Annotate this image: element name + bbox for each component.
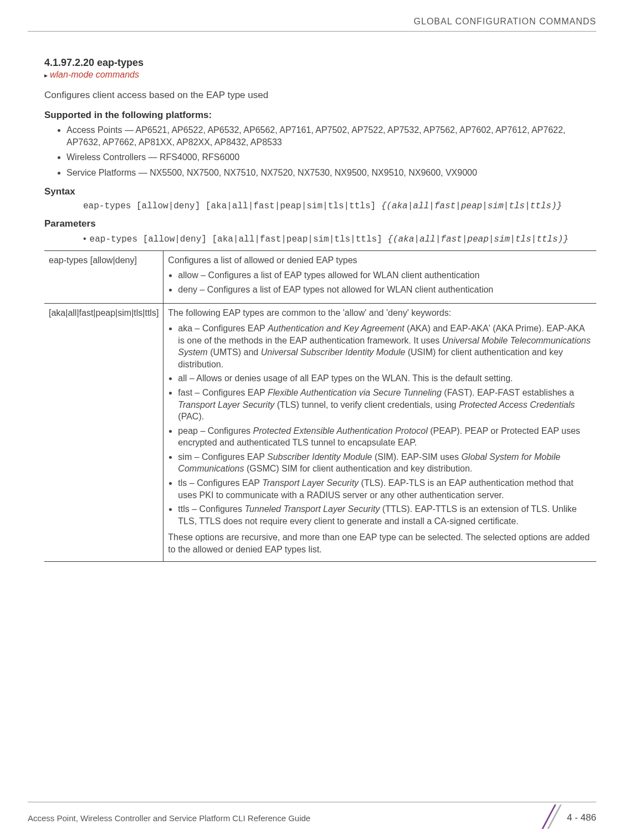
section-number: 4.1.97.2.20 eap-types (44, 57, 596, 69)
table-row: eap-types [allow|deny] Configures a list… (44, 250, 596, 304)
param-bullet: sim – Configures EAP Subscriber Identity… (178, 451, 592, 475)
supported-heading: Supported in the following platforms: (44, 110, 596, 121)
supported-item: Wireless Controllers — RFS4000, RFS6000 (67, 151, 596, 163)
parameters-heading: Parameters (44, 218, 596, 229)
param-bullet: deny – Configures a list of EAP types no… (178, 284, 592, 296)
param-desc-cell: Configures a list of allowed or denied E… (163, 250, 596, 304)
page-number: 4 - 486 (567, 812, 596, 823)
breadcrumb-link[interactable]: wlan-mode commands (44, 70, 596, 80)
syntax-heading: Syntax (44, 186, 596, 197)
footer-left: Access Point, Wireless Controller and Se… (28, 813, 310, 823)
table-row: [aka|all|fast|peap|sim|tls|ttls] The fol… (44, 304, 596, 561)
param-desc: Configures a list of allowed or denied E… (168, 254, 592, 267)
parameters-ital: {(aka|all|fast|peap|sim|tls|ttls)} (387, 234, 568, 244)
param-bullet: aka – Configures EAP Authentication and … (178, 322, 592, 370)
param-bullet: allow – Configures a list of EAP types a… (178, 269, 592, 281)
param-bullet: fast – Configures EAP Flexible Authentic… (178, 387, 592, 423)
param-name-cell: eap-types [allow|deny] (44, 250, 163, 304)
syntax-code: eap-types [allow|deny] [aka|all|fast|pea… (83, 201, 596, 213)
syntax-plain: eap-types [allow|deny] [aka|all|fast|pea… (83, 201, 381, 211)
param-desc: The following EAP types are common to th… (168, 307, 592, 319)
param-bullet: tls – Configures EAP Transport Layer Sec… (178, 477, 592, 501)
param-desc-cell: The following EAP types are common to th… (163, 304, 596, 561)
parameters-code: •eap-types [allow|deny] [aka|all|fast|pe… (83, 233, 596, 246)
param-name-cell: [aka|all|fast|peap|sim|tls|ttls] (44, 304, 163, 561)
brand-slash-icon (544, 807, 560, 829)
param-footer: These options are recursive, and more th… (168, 531, 592, 555)
param-bullets: allow – Configures a list of EAP types a… (168, 269, 592, 295)
page-footer: Access Point, Wireless Controller and Se… (28, 802, 596, 829)
supported-list: Access Points — AP6521, AP6522, AP6532, … (67, 124, 596, 178)
supported-item: Access Points — AP6521, AP6522, AP6532, … (67, 124, 596, 148)
supported-item: Service Platforms — NX5500, NX7500, NX75… (67, 167, 596, 179)
param-bullet: ttls – Configures Tunneled Transport Lay… (178, 503, 592, 527)
page-header: GLOBAL CONFIGURATION COMMANDS (44, 17, 596, 29)
section-intro: Configures client access based on the EA… (44, 90, 596, 101)
param-bullet: peap – Configures Protected Extensible A… (178, 425, 592, 449)
param-bullets: aka – Configures EAP Authentication and … (168, 322, 592, 527)
syntax-ital: {(aka|all|fast|peap|sim|tls|ttls)} (381, 201, 562, 211)
param-bullet: all – Allows or denies usage of all EAP … (178, 372, 592, 385)
parameters-plain: eap-types [allow|deny] [aka|all|fast|pea… (90, 234, 388, 244)
parameters-table: eap-types [allow|deny] Configures a list… (44, 250, 596, 562)
